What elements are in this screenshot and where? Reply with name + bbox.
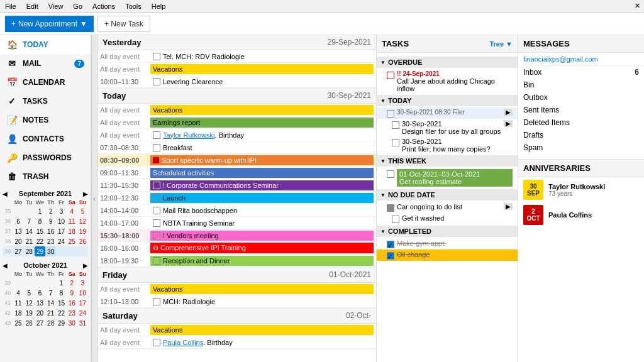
mini-cal-day[interactable]: 7 [45, 288, 56, 298]
event-bar-vendors[interactable]: ! Vendors meeting [150, 231, 374, 241]
mini-cal-day[interactable]: 17 [56, 226, 67, 236]
mini-cal-day[interactable]: 22 [56, 308, 67, 318]
sidebar-item-trash[interactable]: 🗑 TRASH [0, 167, 91, 186]
task-checkbox[interactable] [392, 121, 399, 129]
menu-help[interactable]: Help [149, 3, 169, 10]
event-checkbox[interactable] [153, 194, 160, 202]
mini-cal-day[interactable]: 11 [13, 298, 23, 308]
mini-cal-day[interactable]: 28 [24, 246, 35, 256]
event-bar-launch[interactable]: Launch [150, 193, 374, 203]
msg-folder-outbox[interactable]: Outbox [518, 91, 644, 104]
mini-cal-day[interactable]: 10 [56, 216, 67, 226]
task-checkbox[interactable] [392, 216, 399, 223]
mini-cal-day[interactable]: 5 [24, 288, 35, 298]
mini-cal-day[interactable]: 15 [35, 226, 45, 236]
mini-cal-day[interactable]: 9 [67, 288, 77, 298]
event-checkbox[interactable] [153, 182, 160, 189]
event-bar-sport[interactable]: Sport specific warm-up with IPI [150, 155, 374, 165]
msg-folder-bin[interactable]: Bin [518, 79, 644, 91]
task-checkbox-checked[interactable]: ✓ [387, 252, 394, 260]
event-bar-scheduled[interactable]: Scheduled activities [150, 168, 374, 178]
event-bar-reception[interactable]: Reception and Dinner [150, 256, 374, 266]
mini-cal-day[interactable]: 26 [77, 236, 88, 246]
mini-cal-day[interactable]: 2 [67, 278, 77, 288]
mini-cal-day[interactable]: 21 [24, 236, 35, 246]
mini-cal-day[interactable]: 23 [45, 236, 56, 246]
mini-cal-day[interactable]: 27 [35, 318, 45, 328]
menu-file[interactable]: File [3, 3, 19, 10]
sidebar-item-mail[interactable]: ✉ MAIL 7 [0, 54, 91, 73]
mini-cal-day[interactable]: 22 [35, 236, 45, 246]
event-bar[interactable]: Breakfast [150, 143, 374, 153]
mini-cal-day[interactable]: 26 [24, 318, 35, 328]
mini-cal-day[interactable]: 9 [45, 216, 56, 226]
task-checkbox[interactable] [387, 72, 394, 79]
mini-cal-day[interactable]: 25 [13, 318, 23, 328]
mini-cal-day[interactable]: 3 [56, 206, 67, 216]
new-task-button[interactable]: + New Task [97, 16, 150, 32]
mini-cal-day[interactable]: 17 [77, 298, 88, 308]
event-bar-vacations-fri[interactable]: Vacations [150, 284, 374, 294]
msg-folder-deleted[interactable]: Deleted Items [518, 116, 644, 129]
mini-cal-day[interactable]: 12 [77, 216, 88, 226]
mini-cal-day[interactable]: 1 [35, 206, 45, 216]
event-checkbox[interactable] [153, 78, 160, 85]
task-section-overdue[interactable]: ▼ OVERDUE [377, 57, 518, 68]
menu-actions[interactable]: Actions [90, 3, 118, 10]
event-bar[interactable]: Levering Clearence [150, 77, 374, 87]
mini-cal-day[interactable]: 24 [77, 308, 88, 318]
mini-cal-day[interactable]: 16 [45, 226, 56, 236]
mini-cal-day[interactable]: 28 [45, 318, 56, 328]
menu-edit[interactable]: Edit [24, 3, 41, 10]
tasks-tree-button[interactable]: Tree ▼ [489, 40, 513, 48]
mini-cal-sep-prev[interactable]: ◀ [3, 190, 8, 197]
event-checkbox[interactable] [153, 219, 160, 227]
event-bar[interactable]: NBTA Training Seminar [150, 218, 374, 228]
event-bar-vacations-yesterday[interactable]: Vacations [150, 64, 374, 74]
mini-cal-day[interactable]: 4 [67, 206, 77, 216]
mini-cal-day[interactable]: 10 [77, 288, 88, 298]
sidebar-item-today[interactable]: 🏠 TODAY [0, 35, 91, 54]
event-bar[interactable]: Tel. MCH: RDV Radiologie [150, 52, 374, 62]
event-checkbox[interactable] [153, 144, 160, 151]
task-section-noduedate[interactable]: ▼ NO DUE DATE [377, 189, 518, 200]
event-bar-ipi[interactable]: ⊖ Comprehensive IPI Training [150, 243, 374, 253]
mini-cal-day[interactable]: 16 [67, 298, 77, 308]
mini-cal-day[interactable]: 6 [13, 216, 23, 226]
mini-cal-day[interactable]: 18 [67, 226, 77, 236]
new-appointment-button[interactable]: + New Appointment ▼ [5, 16, 94, 32]
mini-cal-day[interactable]: 12 [24, 298, 35, 308]
mini-cal-day[interactable]: 13 [35, 298, 45, 308]
event-bar-earnings[interactable]: Earnings report [150, 118, 374, 128]
mini-cal-oct-next[interactable]: ▶ [83, 262, 88, 269]
task-checkbox[interactable] [387, 170, 394, 178]
mini-cal-day[interactable]: 20 [13, 236, 23, 246]
task-checkbox[interactable] [392, 139, 399, 146]
task-section-completed[interactable]: ▼ COMPLETED [377, 226, 518, 237]
event-bar-corporate[interactable]: ! Corporate Communications Seminar [150, 180, 374, 190]
msg-folder-sent[interactable]: Sent Items [518, 104, 644, 116]
mini-cal-day[interactable]: 14 [24, 226, 35, 236]
mini-cal-sep-next[interactable]: ▶ [83, 190, 88, 197]
menu-tools[interactable]: Tools [123, 3, 144, 10]
sidebar-item-calendar[interactable]: 📅 CALENDAR [0, 73, 91, 92]
mini-cal-day[interactable]: 30 [67, 318, 77, 328]
event-checkbox[interactable] [153, 207, 160, 214]
mini-cal-day[interactable]: 1 [56, 278, 67, 288]
event-checkbox[interactable] [153, 298, 160, 305]
sidebar-item-tasks[interactable]: ✓ TASKS [0, 92, 91, 111]
mini-cal-day[interactable]: 6 [35, 288, 45, 298]
menu-view[interactable]: View [46, 3, 66, 10]
mini-cal-day[interactable]: 5 [77, 206, 88, 216]
mini-cal-day[interactable]: 8 [35, 216, 45, 226]
event-bar[interactable]: MCH: Radiologie [150, 297, 374, 307]
mini-cal-day[interactable]: 19 [24, 308, 35, 318]
mini-cal-day[interactable]: 8 [56, 288, 67, 298]
mini-cal-day[interactable]: 11 [67, 216, 77, 226]
mini-cal-day[interactable]: 2 [45, 206, 56, 216]
event-bar[interactable]: Mail Rita boodschappen [150, 206, 374, 216]
event-checkbox[interactable] [153, 53, 160, 60]
mini-cal-day[interactable]: 31 [77, 318, 88, 328]
event-checkbox[interactable] [153, 339, 160, 346]
sidebar-item-notes[interactable]: 📝 NOTES [0, 111, 91, 129]
